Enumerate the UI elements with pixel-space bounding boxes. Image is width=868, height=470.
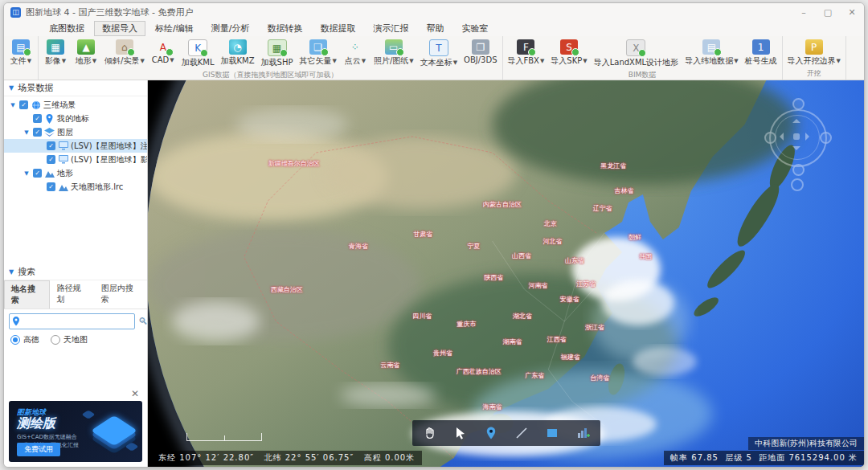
ribbon-button-导入SKP[interactable]: S导入SKP▼ [547,39,590,67]
tree-item-label: 地形 [57,168,73,179]
map-label-宁夏: 宁夏 [467,241,480,250]
maximize-button[interactable]: ▢ [816,3,840,21]
kml-icon: K [188,39,207,56]
close-button[interactable]: ✕ [840,3,864,21]
shp-icon: ▦ [268,39,287,56]
menu-item-数据导入[interactable]: 数据导入 [94,21,145,36]
map-label-广西壮族自治区: 广西壮族自治区 [457,367,502,376]
tree-checkbox[interactable]: ✓ [47,141,55,150]
imagery-icon: ▦ [47,39,64,55]
ribbon-button-照片/图纸[interactable]: ▭照片/图纸▼ [371,39,417,67]
ribbon-button-加载KML[interactable]: K加载KML [178,39,218,69]
draw-rectangle-icon[interactable] [544,425,560,441]
tree-checkbox[interactable]: ✓ [47,182,55,191]
ribbon-button-倾斜/实景[interactable]: ⌂倾斜/实景▼ [101,39,148,67]
scene-data-header[interactable]: ▼ 场景数据 [4,80,147,96]
ribbon-button-label: OBJ/3DS [464,55,497,64]
pan-down-arrow-icon[interactable] [792,146,800,150]
search-tab-图层内搜索[interactable]: 图层内搜索 [95,280,147,309]
tree-checkbox[interactable]: ✓ [33,169,42,178]
tree-item-我的地标[interactable]: ✓我的地标 [4,112,147,125]
radio-高德[interactable]: 高德 [10,334,39,345]
ribbon-button-影像[interactable]: ▦影像▼ [40,39,71,67]
ribbon-button-导入开挖边界[interactable]: P导入开挖边界▼ [784,39,844,67]
ribbon-button-文本坐标[interactable]: T文本坐标▼ [417,39,461,69]
radio-天地图[interactable]: 天地图 [51,334,88,345]
tree-item-(LSV)【星图地球】注记_by测绘...[interactable]: ✓(LSV)【星图地球】注记_by测绘... [4,139,147,153]
tree-item-(LSV)【星图地球】影像_by测绘...[interactable]: ✓(LSV)【星图地球】影像_by测绘... [4,153,147,166]
map-label-韩国: 韩国 [639,251,652,260]
ribbon-button-导入纬地数据[interactable]: ▤导入纬地数据▼ [682,39,741,67]
tree-expander-icon[interactable]: ▼ [23,170,31,177]
pan-right-arrow-icon[interactable] [805,133,809,141]
ribbon-button-导入FBX[interactable]: F导入FBX▼ [505,39,548,67]
search-tab-路径规划[interactable]: 路径规划 [50,280,94,309]
ribbon-button-导入LandXML设计地形[interactable]: X导入LandXML设计地形 [591,39,682,69]
chevron-down-icon: ▼ [92,58,96,64]
map-label-山东省: 山东省 [565,255,584,264]
chevron-down-icon: ▼ [583,58,587,64]
earth-globe [148,80,864,467]
menu-item-数据转换[interactable]: 数据转换 [259,21,310,36]
ribbon-button-点云[interactable]: ⁘点云▼ [340,39,371,67]
search-tab-地名搜索[interactable]: 地名搜索 [4,280,50,309]
chevron-down-icon: ▼ [27,58,31,64]
menu-item-演示汇报[interactable]: 演示汇报 [365,21,416,36]
tree-item-地形[interactable]: ▼✓地形 [4,166,147,180]
minimize-button[interactable]: – [792,3,816,21]
ribbon-button-加载KMZ[interactable]: ◔加载KMZ [218,39,258,67]
map-label-云南省: 云南省 [380,360,399,369]
ad-cta-button[interactable]: 免费试用 [17,443,60,456]
select-cursor-icon[interactable] [452,425,469,441]
navigation-compass[interactable] [764,98,832,204]
tree-checkbox[interactable]: ✓ [47,155,55,164]
menu-item-测量/分析[interactable]: 测量/分析 [203,21,258,36]
pan-up-arrow-icon[interactable] [792,119,800,123]
stats-chart-icon[interactable] [575,425,591,441]
tree-item-三维场景[interactable]: ▼✓三维场景 [4,98,147,112]
ribbon-button-label: 点云▼ [345,55,366,67]
ribbon-button-label: 导入纬地数据▼ [685,55,738,67]
ribbon-button-加载SHP[interactable]: ▦加载SHP [258,39,297,69]
map-label-青海省: 青海省 [349,241,368,250]
ribbon-button-其它矢量[interactable]: ❏其它矢量▼ [296,39,339,67]
tree-checkbox[interactable]: ✓ [33,114,42,123]
menu-item-底图数据[interactable]: 底图数据 [41,21,92,36]
map-label-福建省: 福建省 [561,352,580,361]
menu-item-帮助[interactable]: 帮助 [418,21,452,36]
pan-hand-icon[interactable] [422,425,438,441]
place-pin-icon[interactable] [483,425,499,441]
menu-item-数据提取[interactable]: 数据提取 [312,21,363,36]
zoom-knob[interactable] [791,178,804,191]
tree-checkbox[interactable]: ✓ [19,100,28,109]
tree-expander-icon[interactable]: ▼ [23,129,31,136]
company-watermark: 中科图新(苏州)科技有限公司 [748,437,864,450]
pan-left-arrow-icon[interactable] [780,133,784,141]
search-icon[interactable]: 🔍︎ [138,316,148,327]
ribbon-button-label: 文本坐标▼ [420,57,457,68]
search-input[interactable] [23,317,132,327]
search-input-wrap [9,313,135,329]
ribbon-button-label: 文件▼ [10,55,31,67]
tree-item-图层[interactable]: ▼✓图层 [4,125,147,139]
globe-viewport[interactable]: 新疆维吾尔自治区西藏自治区青海省甘肃省宁夏内蒙古自治区黑龙江省吉林省辽宁省北京河… [148,80,864,467]
ribbon-toolbar: ▤文件▼▦影像▼▲地形▼⌂倾斜/实景▼ACAD▼K加载KML◔加载KMZ▦加载S… [4,36,864,80]
menu-item-标绘/编辑[interactable]: 标绘/编辑 [147,21,202,36]
promo-banner[interactable]: 图新地球 测绘版 GIS+CAD数据无缝融合 工程设计施工可视化汇报 免费试用 [9,401,142,462]
search-header[interactable]: ▼ 搜索 [4,264,147,280]
menu-item-实验室[interactable]: 实验室 [453,21,496,36]
tree-item-天地图地形.lrc[interactable]: ✓天地图地形.lrc [4,180,147,194]
chevron-down-icon: ▼ [170,57,174,63]
ribbon-button-桩号生成[interactable]: 1桩号生成 [742,39,780,67]
ad-close-icon[interactable]: ✕ [131,388,139,399]
ribbon-button-地形[interactable]: ▲地形▼ [71,39,101,67]
chevron-down-icon: ▼ [62,58,66,64]
ribbon-button-CAD[interactable]: ACAD▼ [148,39,178,65]
tree-expander-icon[interactable]: ▼ [9,102,17,108]
measure-line-icon[interactable] [514,425,530,441]
ribbon-button-OBJ/3DS[interactable]: ❐OBJ/3DS [461,39,500,65]
terrain-icon: ▲ [77,39,95,55]
ribbon-button-文件[interactable]: ▤文件▼ [6,39,36,67]
ribbon-button-label: 导入SKP▼ [551,55,587,67]
tree-checkbox[interactable]: ✓ [33,128,42,137]
